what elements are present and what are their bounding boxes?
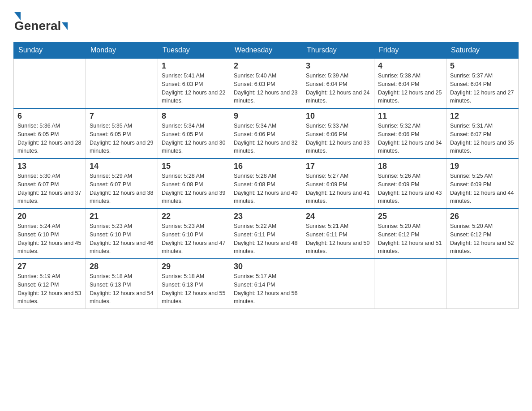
day-number: 11 [378, 111, 442, 121]
calendar-cell: 27Sunrise: 5:19 AMSunset: 6:12 PMDayligh… [14, 259, 86, 309]
weekday-header-friday: Friday [374, 43, 446, 59]
day-info: Sunrise: 5:41 AMSunset: 6:03 PMDaylight:… [162, 72, 226, 105]
calendar-cell: 4Sunrise: 5:38 AMSunset: 6:04 PMDaylight… [374, 58, 446, 108]
calendar-cell: 15Sunrise: 5:28 AMSunset: 6:08 PMDayligh… [158, 158, 230, 209]
calendar-table: SundayMondayTuesdayWednesdayThursdayFrid… [13, 42, 519, 309]
calendar-cell: 2Sunrise: 5:40 AMSunset: 6:03 PMDaylight… [230, 58, 302, 108]
day-number: 16 [234, 162, 298, 171]
logo-arrow-icon [62, 22, 68, 30]
day-number: 25 [378, 212, 442, 221]
calendar-cell: 22Sunrise: 5:23 AMSunset: 6:10 PMDayligh… [158, 209, 230, 259]
day-number: 18 [378, 162, 442, 171]
calendar-week-row: 1Sunrise: 5:41 AMSunset: 6:03 PMDaylight… [14, 58, 519, 108]
calendar-cell: 30Sunrise: 5:17 AMSunset: 6:14 PMDayligh… [230, 259, 302, 309]
calendar-body: 1Sunrise: 5:41 AMSunset: 6:03 PMDaylight… [14, 58, 519, 309]
day-info: Sunrise: 5:27 AMSunset: 6:09 PMDaylight:… [306, 172, 370, 206]
weekday-header-sunday: Sunday [14, 43, 86, 59]
day-number: 24 [306, 212, 370, 221]
day-info: Sunrise: 5:28 AMSunset: 6:08 PMDaylight:… [234, 172, 298, 206]
day-number: 10 [306, 111, 370, 121]
day-info: Sunrise: 5:32 AMSunset: 6:06 PMDaylight:… [378, 122, 442, 155]
day-number: 14 [90, 162, 154, 171]
calendar-cell: 13Sunrise: 5:30 AMSunset: 6:07 PMDayligh… [14, 158, 86, 209]
day-info: Sunrise: 5:30 AMSunset: 6:07 PMDaylight:… [17, 172, 82, 206]
calendar-cell: 10Sunrise: 5:33 AMSunset: 6:06 PMDayligh… [302, 108, 374, 158]
day-info: Sunrise: 5:19 AMSunset: 6:12 PMDaylight:… [17, 272, 82, 306]
calendar-week-row: 20Sunrise: 5:24 AMSunset: 6:10 PMDayligh… [14, 209, 519, 259]
calendar-week-row: 13Sunrise: 5:30 AMSunset: 6:07 PMDayligh… [14, 158, 519, 209]
day-info: Sunrise: 5:18 AMSunset: 6:13 PMDaylight:… [162, 272, 226, 306]
day-info: Sunrise: 5:31 AMSunset: 6:07 PMDaylight:… [450, 122, 515, 155]
calendar-cell [86, 58, 158, 108]
calendar-cell: 25Sunrise: 5:20 AMSunset: 6:12 PMDayligh… [374, 209, 446, 259]
day-number: 2 [234, 61, 298, 71]
day-info: Sunrise: 5:24 AMSunset: 6:10 PMDaylight:… [17, 222, 82, 256]
weekday-header-wednesday: Wednesday [230, 43, 302, 59]
calendar-cell: 23Sunrise: 5:22 AMSunset: 6:11 PMDayligh… [230, 209, 302, 259]
calendar-cell: 9Sunrise: 5:34 AMSunset: 6:06 PMDaylight… [230, 108, 302, 158]
day-info: Sunrise: 5:40 AMSunset: 6:03 PMDaylight:… [234, 72, 298, 105]
calendar-cell: 16Sunrise: 5:28 AMSunset: 6:08 PMDayligh… [230, 158, 302, 209]
day-info: Sunrise: 5:20 AMSunset: 6:12 PMDaylight:… [378, 222, 442, 256]
day-info: Sunrise: 5:36 AMSunset: 6:05 PMDaylight:… [17, 122, 82, 155]
day-number: 13 [17, 162, 82, 171]
day-info: Sunrise: 5:28 AMSunset: 6:08 PMDaylight:… [162, 172, 226, 206]
day-number: 9 [234, 111, 298, 121]
calendar-cell: 19Sunrise: 5:25 AMSunset: 6:09 PMDayligh… [446, 158, 519, 209]
day-number: 17 [306, 162, 370, 171]
calendar-week-row: 27Sunrise: 5:19 AMSunset: 6:12 PMDayligh… [14, 259, 519, 309]
day-info: Sunrise: 5:17 AMSunset: 6:14 PMDaylight:… [234, 272, 298, 306]
calendar-cell [374, 259, 446, 309]
day-info: Sunrise: 5:23 AMSunset: 6:10 PMDaylight:… [90, 222, 154, 256]
calendar-cell: 29Sunrise: 5:18 AMSunset: 6:13 PMDayligh… [158, 259, 230, 309]
day-number: 28 [90, 262, 154, 271]
calendar-cell: 21Sunrise: 5:23 AMSunset: 6:10 PMDayligh… [86, 209, 158, 259]
calendar-cell [302, 259, 374, 309]
day-number: 23 [234, 212, 298, 221]
day-number: 7 [90, 111, 154, 121]
day-info: Sunrise: 5:22 AMSunset: 6:11 PMDaylight:… [234, 222, 298, 256]
day-info: Sunrise: 5:20 AMSunset: 6:12 PMDaylight:… [450, 222, 515, 256]
page-header: General [13, 9, 519, 33]
weekday-header-monday: Monday [86, 43, 158, 59]
day-info: Sunrise: 5:34 AMSunset: 6:05 PMDaylight:… [162, 122, 226, 155]
day-number: 22 [162, 212, 226, 221]
weekday-header-tuesday: Tuesday [158, 43, 230, 59]
calendar-cell: 12Sunrise: 5:31 AMSunset: 6:07 PMDayligh… [446, 108, 519, 158]
day-number: 20 [17, 212, 82, 221]
calendar-cell: 18Sunrise: 5:26 AMSunset: 6:09 PMDayligh… [374, 158, 446, 209]
calendar-cell: 8Sunrise: 5:34 AMSunset: 6:05 PMDaylight… [158, 108, 230, 158]
calendar-cell: 14Sunrise: 5:29 AMSunset: 6:07 PMDayligh… [86, 158, 158, 209]
day-info: Sunrise: 5:23 AMSunset: 6:10 PMDaylight:… [162, 222, 226, 256]
calendar-cell: 24Sunrise: 5:21 AMSunset: 6:11 PMDayligh… [302, 209, 374, 259]
day-number: 19 [450, 162, 515, 171]
day-info: Sunrise: 5:34 AMSunset: 6:06 PMDaylight:… [234, 122, 298, 155]
day-info: Sunrise: 5:38 AMSunset: 6:04 PMDaylight:… [378, 72, 442, 105]
day-info: Sunrise: 5:26 AMSunset: 6:09 PMDaylight:… [378, 172, 442, 206]
day-info: Sunrise: 5:39 AMSunset: 6:04 PMDaylight:… [306, 72, 370, 105]
day-info: Sunrise: 5:33 AMSunset: 6:06 PMDaylight:… [306, 122, 370, 155]
logo: General [13, 9, 69, 33]
calendar-header-row: SundayMondayTuesdayWednesdayThursdayFrid… [14, 43, 519, 59]
day-info: Sunrise: 5:29 AMSunset: 6:07 PMDaylight:… [90, 172, 154, 206]
weekday-header-thursday: Thursday [302, 43, 374, 59]
calendar-cell: 11Sunrise: 5:32 AMSunset: 6:06 PMDayligh… [374, 108, 446, 158]
day-number: 5 [450, 61, 515, 71]
day-info: Sunrise: 5:25 AMSunset: 6:09 PMDaylight:… [450, 172, 515, 206]
day-number: 21 [90, 212, 154, 221]
day-number: 6 [17, 111, 82, 121]
day-number: 3 [306, 61, 370, 71]
day-info: Sunrise: 5:21 AMSunset: 6:11 PMDaylight:… [306, 222, 370, 256]
day-number: 1 [162, 61, 226, 71]
calendar-cell [14, 58, 86, 108]
calendar-week-row: 6Sunrise: 5:36 AMSunset: 6:05 PMDaylight… [14, 108, 519, 158]
calendar-cell: 28Sunrise: 5:18 AMSunset: 6:13 PMDayligh… [86, 259, 158, 309]
day-number: 26 [450, 212, 515, 221]
calendar-cell [446, 259, 519, 309]
day-number: 27 [17, 262, 82, 271]
calendar-cell: 7Sunrise: 5:35 AMSunset: 6:05 PMDaylight… [86, 108, 158, 158]
day-number: 30 [234, 262, 298, 271]
day-number: 29 [162, 262, 226, 271]
weekday-header-saturday: Saturday [446, 43, 519, 59]
calendar-cell: 5Sunrise: 5:37 AMSunset: 6:04 PMDaylight… [446, 58, 519, 108]
